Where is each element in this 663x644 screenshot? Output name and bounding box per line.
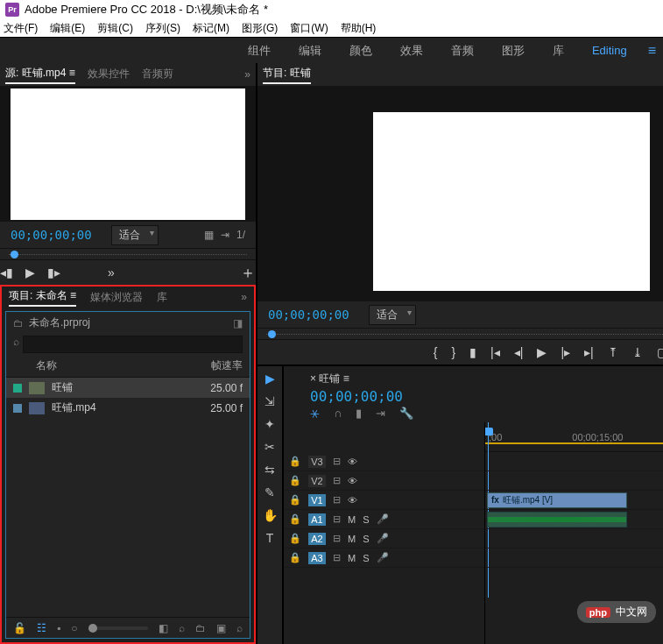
- go-out-icon[interactable]: ▸|: [584, 345, 594, 359]
- step-back-icon[interactable]: ◂|: [514, 345, 524, 359]
- add-marker-icon[interactable]: ▮: [469, 345, 476, 359]
- tab-program[interactable]: 节目: 旺铺: [263, 66, 311, 84]
- mic-icon[interactable]: 🎤: [377, 552, 389, 563]
- lift-icon[interactable]: ⤒: [608, 345, 618, 359]
- track-header-a3[interactable]: 🔒A3⊟MS🎤: [284, 548, 484, 568]
- menu-marker[interactable]: 标记(M): [193, 21, 229, 36]
- menu-graphics[interactable]: 图形(G): [242, 21, 278, 36]
- program-monitor[interactable]: [257, 86, 663, 301]
- wrench-icon[interactable]: 🔧: [399, 407, 413, 421]
- icon-view-icon[interactable]: ▪: [57, 622, 60, 634]
- audio-clip[interactable]: [487, 512, 627, 527]
- solo-s[interactable]: S: [363, 553, 369, 563]
- menu-file[interactable]: 文件(F): [4, 21, 38, 36]
- play-icon[interactable]: ▶: [25, 265, 35, 280]
- mark-in-icon[interactable]: {: [434, 345, 438, 359]
- panel-overflow-icon[interactable]: »: [244, 68, 250, 81]
- filter-icon[interactable]: ◨: [233, 317, 243, 329]
- track-a1-lane[interactable]: [485, 510, 663, 529]
- track-v1-lane[interactable]: fx旺铺.mp4 [V]: [485, 491, 663, 510]
- eye-icon[interactable]: 👁: [348, 476, 357, 486]
- toggle-icon[interactable]: ⊟: [333, 533, 341, 544]
- toggle-icon[interactable]: ⊟: [333, 552, 341, 563]
- ws-graphics[interactable]: 图形: [502, 43, 525, 59]
- play-icon[interactable]: ▶: [537, 345, 547, 359]
- razor-tool-icon[interactable]: ✂: [264, 440, 275, 454]
- freeform-view-icon[interactable]: ○: [71, 622, 77, 634]
- extract-icon[interactable]: ⤓: [632, 345, 643, 359]
- toggle-icon[interactable]: ⊟: [333, 494, 341, 506]
- sort-icon[interactable]: ◧: [159, 622, 168, 634]
- settings-icon[interactable]: ⇥: [376, 407, 385, 421]
- lock-icon[interactable]: 🔒: [289, 475, 301, 486]
- project-search-input[interactable]: [23, 336, 243, 353]
- half-res-label[interactable]: 1/: [236, 229, 245, 241]
- panel-overflow-icon[interactable]: »: [241, 291, 247, 303]
- step-back-icon[interactable]: ◂▮: [0, 265, 13, 280]
- step-fwd-icon[interactable]: ▮▸: [47, 265, 60, 280]
- ws-editing-cn[interactable]: 编辑: [299, 43, 321, 59]
- tab-libraries[interactable]: 库: [157, 290, 167, 305]
- project-row[interactable]: 旺铺.mp4 25.00 f: [6, 398, 250, 418]
- video-clip[interactable]: fx旺铺.mp4 [V]: [487, 492, 627, 508]
- solo-s[interactable]: S: [363, 534, 369, 544]
- program-zoom-dropdown[interactable]: 适合: [369, 305, 416, 325]
- ws-editing[interactable]: Editing: [592, 44, 627, 57]
- menu-window[interactable]: 窗口(W): [290, 21, 328, 36]
- project-row[interactable]: 旺铺 25.00 f: [6, 378, 250, 398]
- ws-libraries[interactable]: 库: [553, 43, 564, 59]
- source-timecode[interactable]: 00;00;00;00: [11, 228, 92, 242]
- lock-icon[interactable]: 🔒: [289, 494, 301, 506]
- source-playhead[interactable]: [11, 251, 18, 258]
- eye-icon[interactable]: 👁: [348, 495, 357, 506]
- track-header-a1[interactable]: 🔒A1⊟MS🎤: [284, 510, 484, 529]
- menu-edit[interactable]: 编辑(E): [50, 21, 85, 36]
- source-zoom-dropdown[interactable]: 适合: [111, 225, 159, 245]
- track-v3-lane[interactable]: [485, 452, 663, 471]
- source-ruler[interactable]: [0, 248, 256, 260]
- lock-icon[interactable]: 🔒: [289, 552, 301, 563]
- toggle-icon[interactable]: ⊟: [333, 513, 341, 525]
- source-monitor[interactable]: [0, 86, 256, 222]
- lock-icon[interactable]: 🔒: [289, 456, 301, 467]
- menu-help[interactable]: 帮助(H): [341, 21, 377, 36]
- col-name-header[interactable]: 名称: [13, 358, 211, 373]
- tab-media-browser[interactable]: 媒体浏览器: [90, 290, 143, 305]
- pen-tool-icon[interactable]: ✎: [264, 485, 275, 499]
- workspace-menu-icon[interactable]: ≡: [648, 43, 656, 59]
- export-frame-icon[interactable]: ▢: [657, 345, 663, 359]
- selection-tool-icon[interactable]: ▶: [265, 372, 275, 386]
- ws-effects[interactable]: 效果: [400, 43, 423, 59]
- col-rate-header[interactable]: 帧速率: [211, 358, 243, 373]
- settings-icon[interactable]: ⇥: [221, 229, 229, 241]
- toggle-icon[interactable]: ⊟: [333, 475, 341, 486]
- track-v2-lane[interactable]: [485, 471, 663, 491]
- lock-icon[interactable]: 🔒: [289, 513, 301, 525]
- mic-icon[interactable]: 🎤: [377, 533, 389, 544]
- mute-m[interactable]: M: [348, 553, 356, 563]
- menu-sequence[interactable]: 序列(S): [145, 21, 180, 36]
- program-timecode[interactable]: 00;00;00;00: [268, 308, 349, 322]
- solo-s[interactable]: S: [363, 514, 369, 525]
- ws-audio[interactable]: 音频: [451, 43, 474, 59]
- menu-clip[interactable]: 剪辑(C): [97, 21, 133, 36]
- timeline-tab[interactable]: × 旺铺 ≡: [310, 372, 663, 386]
- ws-color[interactable]: 颜色: [349, 43, 372, 59]
- track-a3-lane[interactable]: [485, 548, 663, 568]
- track-header-v2[interactable]: 🔒V2⊟👁: [284, 471, 484, 491]
- trash-icon[interactable]: ⌕: [236, 622, 243, 634]
- tab-audio-clip[interactable]: 音频剪: [142, 67, 173, 83]
- thumb-size-slider[interactable]: [88, 626, 148, 630]
- mark-out-icon[interactable]: }: [451, 345, 455, 359]
- mute-m[interactable]: M: [348, 534, 356, 544]
- linked-sel-icon[interactable]: ∩: [334, 407, 342, 421]
- tab-effect-controls[interactable]: 效果控件: [88, 67, 130, 83]
- toggle-icon[interactable]: ⊟: [333, 456, 341, 467]
- grid-icon[interactable]: ▦: [204, 229, 214, 241]
- track-select-tool-icon[interactable]: ⇲: [264, 394, 275, 408]
- ws-assembly[interactable]: 组件: [248, 43, 271, 59]
- timeline-timecode[interactable]: 00;00;00;00: [310, 388, 413, 405]
- lock-icon[interactable]: 🔓: [13, 622, 26, 634]
- track-header-v3[interactable]: 🔒V3⊟👁: [284, 452, 484, 471]
- mic-icon[interactable]: 🎤: [377, 513, 389, 525]
